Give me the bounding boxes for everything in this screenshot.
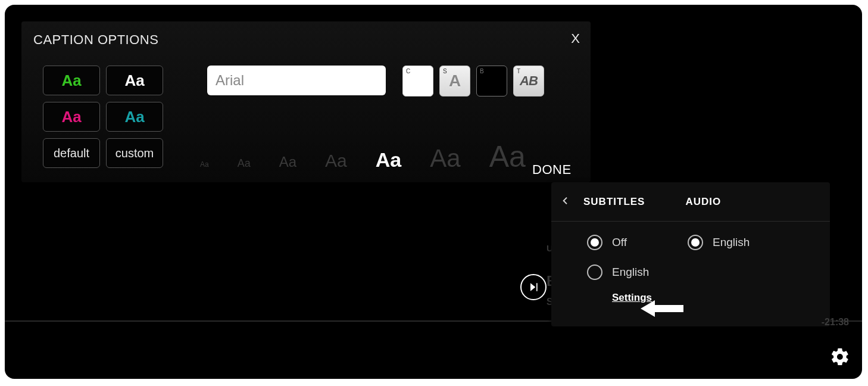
chevron-left-icon[interactable] bbox=[561, 194, 575, 210]
subtitles-settings-link[interactable]: Settings bbox=[612, 292, 652, 304]
radio-on-icon bbox=[587, 235, 602, 250]
caption-style-t[interactable]: TAB bbox=[513, 66, 544, 96]
video-player-stage: CAPTION OPTIONS X Aa Aa Aa Aa default cu… bbox=[5, 5, 862, 379]
subtitles-off-label: Off bbox=[612, 236, 627, 249]
caption-color-teal[interactable]: Aa bbox=[106, 102, 163, 132]
caption-options-panel: CAPTION OPTIONS X Aa Aa Aa Aa default cu… bbox=[21, 21, 591, 182]
subtitles-option-english[interactable]: English bbox=[587, 264, 652, 280]
caption-color-green[interactable]: Aa bbox=[43, 66, 100, 95]
subtitles-option-off[interactable]: Off bbox=[587, 235, 652, 250]
audio-header: AUDIO bbox=[685, 196, 721, 208]
caption-size-3xl[interactable]: Aa bbox=[489, 139, 526, 174]
caption-color-white[interactable]: Aa bbox=[106, 66, 163, 95]
subtitles-column: Off English Settings bbox=[587, 235, 652, 304]
audio-column: English bbox=[688, 235, 750, 304]
caption-size-xs[interactable]: Aa bbox=[200, 160, 209, 169]
caption-preset-default[interactable]: default bbox=[43, 138, 100, 168]
popover-header: SUBTITLES AUDIO bbox=[551, 182, 830, 222]
done-button[interactable]: DONE bbox=[532, 162, 572, 178]
gear-icon[interactable] bbox=[830, 347, 850, 367]
caption-style-tiles: C SA B TAB bbox=[402, 66, 544, 96]
play-next-icon[interactable] bbox=[520, 274, 547, 300]
close-icon[interactable]: X bbox=[571, 31, 580, 46]
caption-color-magenta[interactable]: Aa bbox=[43, 102, 100, 132]
caption-size-xl[interactable]: Aa bbox=[376, 148, 401, 172]
caption-style-c[interactable]: C bbox=[402, 66, 433, 96]
caption-options-title: CAPTION OPTIONS bbox=[33, 32, 579, 48]
radio-off-icon bbox=[587, 264, 602, 280]
subtitles-english-label: English bbox=[612, 266, 649, 279]
caption-font-input[interactable] bbox=[207, 66, 386, 95]
caption-size-m[interactable]: Aa bbox=[279, 154, 296, 170]
caption-preset-custom[interactable]: custom bbox=[106, 138, 163, 168]
caption-size-s[interactable]: Aa bbox=[238, 157, 251, 170]
caption-size-row: Aa Aa Aa Aa Aa Aa Aa bbox=[200, 139, 526, 174]
audio-english-label: English bbox=[713, 236, 750, 249]
radio-on-icon bbox=[688, 235, 703, 250]
caption-style-b[interactable]: B bbox=[476, 66, 507, 96]
caption-style-s[interactable]: SA bbox=[439, 66, 470, 96]
caption-size-l[interactable]: Aa bbox=[325, 151, 347, 171]
subtitles-header: SUBTITLES bbox=[583, 196, 645, 208]
audio-option-english[interactable]: English bbox=[688, 235, 750, 250]
caption-color-grid: Aa Aa Aa Aa default custom bbox=[43, 66, 163, 168]
caption-size-2xl[interactable]: Aa bbox=[430, 144, 460, 173]
time-remaining: -21:38 bbox=[822, 317, 849, 328]
subtitles-audio-popover: SUBTITLES AUDIO Off English Settings Eng… bbox=[551, 182, 830, 326]
